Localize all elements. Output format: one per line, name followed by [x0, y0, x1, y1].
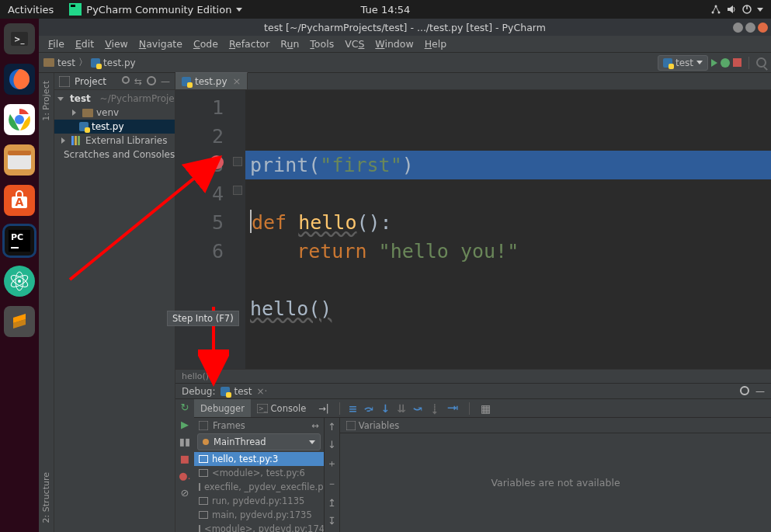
activities-button[interactable]: Activities	[0, 0, 61, 19]
frame-row[interactable]: hello, test.py:3	[194, 452, 324, 466]
breadcrumb[interactable]: test 〉 test.py	[43, 56, 136, 69]
python-file-icon	[182, 77, 191, 86]
gear-icon[interactable]	[147, 76, 156, 85]
menu-refactor[interactable]: Refactor	[224, 37, 274, 51]
editor-breadcrumb[interactable]: hello()	[175, 369, 771, 383]
menu-window[interactable]: Window	[370, 37, 418, 51]
project-tree[interactable]: test ~/PycharmProjects/test venv test.py…	[54, 90, 175, 532]
resume-button[interactable]: ▶	[179, 418, 191, 430]
run-to-cursor-button[interactable]: ⭲	[447, 402, 458, 415]
rerun-button[interactable]: ↻	[179, 401, 191, 413]
tree-venv[interactable]: venv	[54, 106, 175, 120]
menu-view[interactable]: View	[100, 37, 133, 51]
evaluate-button[interactable]: ▦	[481, 402, 491, 415]
power-icon	[741, 4, 752, 15]
mute-breakpoints[interactable]: ⊘	[179, 486, 191, 499]
fold-strip[interactable]	[231, 90, 245, 369]
force-step-into[interactable]: ⇊	[397, 402, 406, 415]
project-tab-title[interactable]: Project	[75, 76, 106, 87]
svg-rect-12	[8, 154, 31, 169]
gutter[interactable]: 123 456	[175, 90, 231, 369]
view-breakpoints[interactable]: ●.	[179, 469, 191, 482]
remove-watch-button[interactable]: －	[327, 477, 337, 491]
active-app-menu[interactable]: PyCharm Community Edition	[61, 0, 250, 19]
drop-frame[interactable]: ⭭	[429, 402, 440, 415]
project-tool-button[interactable]: 1: Project	[41, 76, 51, 126]
dock-terminal[interactable]: >_	[4, 23, 35, 54]
run-button[interactable]	[711, 59, 717, 67]
collapse-all-icon[interactable]: ⇆	[134, 76, 142, 87]
structure-tool-button[interactable]: 2: Structure	[41, 468, 51, 527]
up-button[interactable]: ↥	[328, 497, 336, 509]
step-out-button[interactable]: ⤻	[413, 402, 422, 415]
variables-empty-text: Variables are not available	[340, 433, 771, 532]
dock-firefox[interactable]	[4, 64, 35, 95]
debug-session-name[interactable]: test	[234, 386, 252, 397]
prev-frame-button[interactable]: ↑	[328, 421, 336, 433]
code-editor[interactable]: 123 456 print("first") def hello(): retu…	[175, 90, 771, 369]
next-frame-button[interactable]: ↓	[328, 439, 336, 450]
frame-row[interactable]: run, pydevd.py:1135	[194, 494, 324, 508]
menu-code[interactable]: Code	[189, 37, 223, 51]
restore-layout-icon[interactable]: ↔	[311, 420, 319, 431]
menu-edit[interactable]: Edit	[71, 37, 99, 51]
scroll-from-source-icon[interactable]	[122, 76, 130, 84]
close-tab-icon[interactable]: ×	[233, 75, 241, 87]
frame-row[interactable]: main, pydevd.py:1735	[194, 508, 324, 522]
dock-atom[interactable]	[4, 266, 35, 297]
fold-marker[interactable]	[233, 186, 242, 195]
tree-file-testpy[interactable]: test.py	[54, 120, 175, 134]
search-icon[interactable]	[756, 57, 766, 68]
hide-button[interactable]: —	[755, 386, 765, 397]
down-button[interactable]: ↧	[328, 515, 336, 527]
dock-pycharm[interactable]: PC	[4, 225, 35, 256]
add-watch-button[interactable]: ＋	[327, 457, 337, 471]
frames-list[interactable]: hello, test.py:3 <module>, test.py:6 exe…	[194, 452, 324, 532]
variables-panel: Variables Variables are not available	[340, 418, 771, 532]
thread-selector[interactable]: MainThread	[197, 433, 321, 450]
step-over-button[interactable]: ⤼	[364, 402, 373, 415]
step-into-button[interactable]: ↓	[380, 402, 390, 415]
clock[interactable]: Tue 14:54	[353, 0, 418, 19]
frame-row[interactable]: execfile, _pydev_execfile.py:18	[194, 480, 324, 494]
dock-chrome[interactable]	[4, 104, 35, 135]
stop-button[interactable]: ■	[179, 452, 191, 464]
run-config-selector[interactable]: test	[658, 55, 708, 71]
ubuntu-dock: >_ A PC	[0, 19, 39, 532]
console-tab[interactable]: >_ Console	[251, 399, 312, 417]
debugger-tab[interactable]: Debugger	[194, 399, 251, 417]
menu-navigate[interactable]: Navigate	[134, 37, 187, 51]
frames-panel: Frames ↔ MainThread h	[194, 418, 325, 532]
editor-tab-testpy[interactable]: test.py ×	[175, 72, 248, 89]
network-icon	[710, 4, 721, 15]
fold-marker[interactable]	[233, 157, 242, 166]
frame-icon	[199, 483, 200, 491]
close-button[interactable]	[758, 23, 768, 33]
menu-help[interactable]: Help	[420, 37, 452, 51]
tree-scratches[interactable]: Scratches and Consoles	[54, 148, 175, 162]
output-tab-icon[interactable]: →|	[312, 399, 335, 417]
close-session-icon[interactable]: ×·	[257, 386, 268, 397]
hide-button[interactable]: —	[161, 76, 170, 87]
dock-sublime[interactable]	[4, 306, 35, 337]
svg-point-11	[15, 115, 24, 124]
menu-run[interactable]: Run	[276, 37, 304, 51]
pause-button[interactable]: ▮▮	[179, 435, 191, 447]
stop-button[interactable]	[733, 58, 741, 67]
debug-button[interactable]	[721, 58, 730, 68]
tree-external-libs[interactable]: External Libraries	[54, 134, 175, 148]
minimize-button[interactable]	[733, 23, 743, 33]
show-execution-point[interactable]: ≡	[349, 402, 358, 415]
gear-icon[interactable]	[740, 386, 749, 395]
dock-files[interactable]	[4, 144, 35, 176]
menu-vcs[interactable]: VCS	[340, 37, 369, 51]
dock-software[interactable]: A	[4, 185, 35, 216]
breakpoint-icon[interactable]	[210, 155, 224, 169]
tree-root[interactable]: test ~/PycharmProjects/test	[54, 92, 175, 106]
system-status-area[interactable]	[703, 0, 771, 19]
menu-tools[interactable]: Tools	[305, 37, 339, 51]
frame-row[interactable]: <module>, test.py:6	[194, 466, 324, 480]
maximize-button[interactable]	[745, 23, 755, 33]
menu-file[interactable]: File	[43, 37, 69, 51]
frame-row[interactable]: <module>, pydevd.py:1741	[194, 522, 324, 532]
